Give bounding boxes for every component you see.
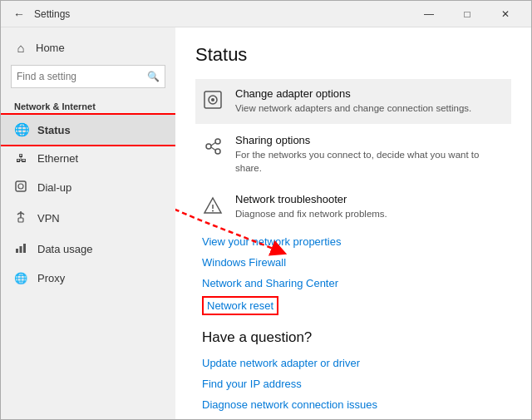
sidebar-item-vpn[interactable]: VPN [1,203,175,234]
sidebar-dialup-label: Dial-up [37,181,71,194]
window-title: Settings [34,8,410,20]
svg-rect-3 [16,249,18,253]
sharing-title: Sharing options [235,134,505,146]
main-panel: Status Change adapter options View netwo… [175,27,531,419]
sharing-desc: For the networks you connect to, decide … [235,148,505,175]
troubleshooter-text: Network troubleshooter Diagnose and fix … [235,193,387,220]
window-controls: — □ ✕ [410,1,525,27]
sidebar: ⌂ Home 🔍 Network & Internet 🌐 Status 🖧 E… [1,27,175,419]
vpn-icon [14,210,27,226]
sidebar-item-datausage[interactable]: Data usage [1,234,175,264]
svg-point-1 [18,184,23,189]
get-help-link[interactable]: Get help [195,415,511,419]
sidebar-status-label: Status [37,124,71,136]
sharing-icon [202,136,224,162]
search-input[interactable] [17,71,147,82]
minimize-button[interactable]: — [410,1,448,27]
svg-point-10 [215,139,220,144]
svg-rect-4 [20,246,22,253]
svg-point-11 [215,149,220,154]
firewall-link[interactable]: Windows Firewall [195,252,511,273]
svg-rect-0 [16,181,26,191]
troubleshooter-desc: Diagnose and fix network problems. [235,207,387,220]
settings-window: ← Settings — □ ✕ ⌂ Home 🔍 Network & Inte… [0,0,532,420]
sidebar-item-ethernet[interactable]: 🖧 Ethernet [1,145,175,172]
svg-line-12 [211,143,215,146]
content-area: ⌂ Home 🔍 Network & Internet 🌐 Status 🖧 E… [1,27,531,419]
back-button[interactable]: ← [7,2,31,26]
status-icon: 🌐 [14,122,27,137]
svg-rect-5 [23,244,26,253]
home-icon: ⌂ [14,41,27,55]
troubleshooter-item[interactable]: Network troubleshooter Diagnose and fix … [195,185,511,230]
network-reset-wrapper: Network reset [202,296,278,315]
change-adapter-item[interactable]: Change adapter options View network adap… [195,79,511,124]
find-ip-link[interactable]: Find your IP address [195,373,511,394]
datausage-icon [14,241,27,257]
sidebar-home[interactable]: ⌂ Home [1,34,175,62]
sidebar-datausage-label: Data usage [37,243,93,255]
sidebar-proxy-label: Proxy [37,272,65,284]
adapter-text: Change adapter options View network adap… [235,87,471,115]
svg-point-8 [211,98,214,101]
update-adapter-link[interactable]: Update network adapter or driver [195,353,511,373]
troubleshooter-icon [202,195,224,221]
sidebar-item-status[interactable]: 🌐 Status [1,115,175,145]
maximize-button[interactable]: □ [448,1,486,27]
close-button[interactable]: ✕ [486,1,525,27]
troubleshooter-title: Network troubleshooter [235,193,387,205]
network-reset-link[interactable]: Network reset [207,299,273,312]
sharing-item[interactable]: Sharing options For the networks you con… [195,126,511,183]
have-question-title: Have a question? [202,329,505,346]
svg-rect-2 [18,218,23,222]
svg-line-13 [211,147,215,151]
sharing-text: Sharing options For the networks you con… [235,134,505,175]
sharing-center-link[interactable]: Network and Sharing Center [195,273,511,294]
adapter-desc: View network adapters and change connect… [235,101,471,115]
diagnose-link[interactable]: Diagnose network connection issues [195,394,511,415]
sidebar-vpn-label: VPN [37,212,60,225]
home-label: Home [36,42,65,54]
dialup-icon [14,180,27,195]
sidebar-item-dialup[interactable]: Dial-up [1,172,175,203]
sidebar-section-title: Network & Internet [1,95,175,115]
search-box[interactable]: 🔍 [11,65,165,88]
svg-point-15 [212,210,214,212]
sidebar-ethernet-label: Ethernet [37,152,78,165]
titlebar: ← Settings — □ ✕ [1,1,531,27]
adapter-title: Change adapter options [235,87,471,100]
view-props-link[interactable]: View your network properties [195,231,511,252]
proxy-icon: 🌐 [14,272,27,284]
search-icon: 🔍 [147,71,160,82]
sidebar-item-proxy[interactable]: 🌐 Proxy [1,264,175,292]
ethernet-icon: 🖧 [14,152,27,165]
adapter-icon [202,89,224,116]
page-title: Status [195,44,511,66]
svg-point-9 [206,144,211,149]
